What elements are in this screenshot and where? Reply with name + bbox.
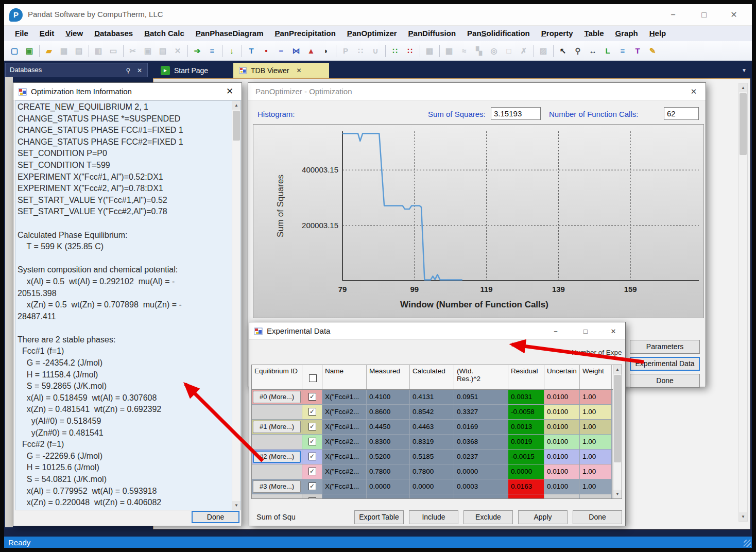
optimization-info-text-area[interactable]: CREATE_NEW_EQUILIBRIUM 2, 1CHANGE_STATUS… [15, 100, 241, 510]
minimize-button[interactable]: − [661, 7, 685, 23]
row-checkbox[interactable]: ✓ [308, 453, 316, 460]
tab-tdb-viewer[interactable]: TDB Viewer ✕ [233, 63, 329, 78]
menu-item-panphasediagram[interactable]: PanPhaseDiagram [190, 26, 269, 41]
row-checkbox[interactable]: ✓ [308, 393, 316, 401]
close-icon[interactable]: ✕ [223, 86, 236, 97]
menu-item-databases[interactable]: Databases [89, 26, 139, 41]
thermo-property-icon[interactable]: T [245, 45, 257, 57]
scroll-up-icon[interactable]: ▲ [739, 83, 747, 92]
close-icon[interactable]: ✕ [687, 86, 700, 97]
menu-item-edit[interactable]: Edit [34, 26, 60, 41]
label-list-icon[interactable]: ≡ [616, 45, 629, 57]
tab-list-chevron-icon[interactable]: ▼ [742, 67, 747, 73]
select-cursor-icon[interactable]: ↖ [557, 45, 569, 57]
experimental-data-title-bar[interactable]: Experimental Data − □ ✕ [249, 322, 625, 340]
contour-icon[interactable]: ◗ [320, 45, 332, 57]
row-checkbox[interactable]: ✓ [308, 423, 316, 430]
new-project-icon[interactable]: ▣ [23, 45, 36, 57]
scroll-up-icon[interactable]: ▲ [232, 101, 240, 110]
new-window-icon[interactable]: ▢ [8, 45, 21, 57]
resize-grip-icon[interactable] [744, 540, 751, 547]
optimizer-done-button[interactable]: Done [630, 374, 700, 388]
table-scrollbar[interactable]: ▲ ▼ [613, 365, 622, 498]
equilibrium-id-button[interactable]: #0 (More...) [253, 391, 301, 403]
info-line: S = 59.2865 (J/K.mol) [18, 382, 224, 393]
pseudo-section-icon[interactable]: ▲ [305, 45, 317, 57]
scroll-thumb[interactable] [740, 93, 747, 155]
equilibrium-id-button[interactable]: #2 (More...) [253, 451, 301, 463]
menu-item-help[interactable]: Help [644, 26, 672, 41]
menu-item-pansolidification[interactable]: PanSolidification [461, 26, 536, 41]
apply-button[interactable]: Apply [518, 510, 568, 524]
menu-item-pandiffusion[interactable]: PanDiffusion [403, 26, 462, 41]
maximize-icon[interactable]: □ [578, 326, 593, 337]
section-calculation-icon[interactable]: ⋈ [290, 45, 302, 57]
menu-item-file[interactable]: File [9, 26, 34, 41]
cell-residual: -0.0015 [508, 450, 544, 464]
open-icon[interactable]: ▰ [43, 45, 55, 57]
close-button[interactable]: ✕ [722, 7, 746, 23]
scroll-down-icon[interactable]: ▼ [739, 512, 747, 521]
info-line [18, 323, 224, 335]
scroll-down-icon[interactable]: ▼ [232, 501, 240, 510]
optimization-run-icon[interactable]: ∷ [404, 45, 416, 57]
info-scrollbar[interactable]: ▲ ▼ [232, 101, 240, 510]
menu-item-panprecipitation[interactable]: PanPrecipitation [269, 26, 341, 41]
row-checkbox[interactable]: ✓ [308, 408, 316, 416]
optimization-info-title: Optimization Item Information [31, 87, 132, 96]
export-table-button[interactable]: Export Table [354, 510, 404, 524]
exclude-button[interactable]: Exclude [463, 510, 513, 524]
optimization-info-title-bar[interactable]: Optimization Item Information ✕ [13, 83, 242, 100]
menu-item-view[interactable]: View [60, 26, 89, 41]
parameters-button[interactable]: Parameters [630, 340, 700, 354]
add-text-icon[interactable]: T [631, 45, 644, 57]
tdb-scrollbar[interactable]: ▲ ▼ [738, 83, 748, 522]
line-calculation-icon[interactable]: − [275, 45, 287, 57]
done-button[interactable]: Done [573, 510, 622, 524]
scroll-up-icon[interactable]: ▲ [613, 365, 622, 374]
include-button[interactable]: Include [409, 510, 458, 524]
cell-wtd: 0.3327 [454, 405, 508, 420]
edit-icon[interactable]: ✎ [646, 45, 659, 57]
tab-start-page[interactable]: ► Start Page [154, 63, 232, 78]
toolbar-separator [420, 45, 420, 57]
function-calls-field[interactable]: 62 [664, 107, 699, 120]
maximize-button[interactable]: □ [692, 7, 716, 23]
import-tdb-icon[interactable]: ➔ [191, 45, 203, 57]
panel-close-icon[interactable]: ✕ [135, 66, 144, 75]
database-summary-icon[interactable]: ≡ [206, 45, 218, 57]
databases-panel-header[interactable]: Databases ⚲ ✕ [5, 63, 148, 77]
menu-item-panoptimizer[interactable]: PanOptimizer [341, 26, 403, 41]
svg-text:119: 119 [480, 285, 492, 294]
scroll-thumb[interactable] [233, 111, 240, 141]
pan-icon[interactable]: ↔ [587, 45, 599, 57]
optimization-icon[interactable]: ∷ [389, 45, 401, 57]
pin-icon[interactable]: ⚲ [124, 66, 133, 75]
legend-icon[interactable]: L [602, 45, 614, 57]
info-done-button[interactable]: Done [192, 511, 239, 523]
append-database-icon[interactable]: ↓ [226, 45, 238, 57]
sum-of-squares-field[interactable]: 3.15193 [491, 107, 541, 120]
menu-item-graph[interactable]: Graph [610, 26, 644, 41]
scroll-down-icon[interactable]: ▼ [613, 490, 622, 498]
menu-item-table[interactable]: Table [578, 26, 609, 41]
scroll-thumb[interactable] [614, 375, 621, 462]
row-checkbox[interactable]: ✓ [308, 482, 316, 490]
point-calculation-icon[interactable]: • [260, 45, 272, 57]
panoptimizer-title-bar[interactable]: PanOptimizer - Optimization ✕ [248, 83, 706, 100]
experimental-data-button[interactable]: Experimental Data [630, 357, 700, 371]
row-checkbox[interactable]: ✓ [308, 468, 316, 475]
row-checkbox[interactable]: ✓ [308, 497, 316, 499]
cell-name: X("Fcc#1... [322, 450, 367, 464]
zoom-icon[interactable]: ⚲ [572, 45, 584, 57]
menu-item-batch-calc[interactable]: Batch Calc [139, 26, 190, 41]
close-icon[interactable]: ✕ [606, 326, 621, 337]
menu-item-property[interactable]: Property [536, 26, 579, 41]
tab-close-icon[interactable]: ✕ [296, 67, 301, 74]
row-checkbox[interactable]: ✓ [308, 438, 316, 445]
header-checkbox[interactable] [309, 374, 317, 382]
minimize-icon[interactable]: − [548, 326, 563, 337]
toolbar-separator [39, 45, 40, 57]
equilibrium-id-button[interactable]: #1 (More...) [253, 421, 301, 433]
equilibrium-id-button[interactable]: #3 (More...) [253, 480, 301, 493]
